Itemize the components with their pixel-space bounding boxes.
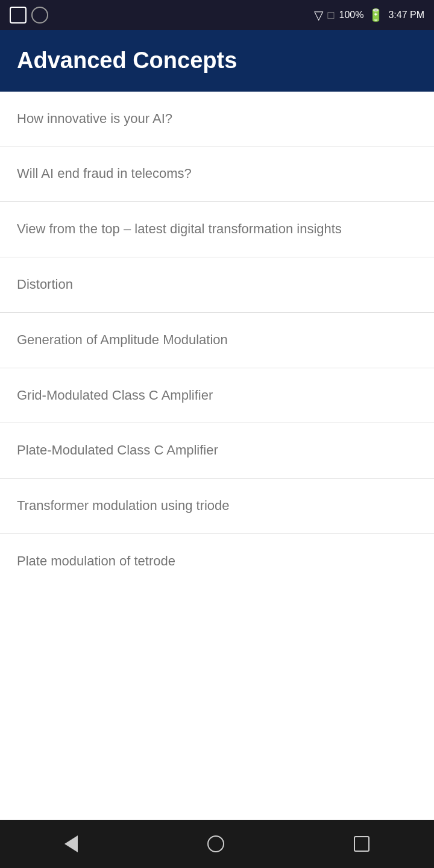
list-item-text: How innovative is your AI?	[17, 111, 172, 126]
list-item-text: Grid-Modulated Class C Amplifier	[17, 388, 213, 403]
list-item[interactable]: Plate-Modulated Class C Amplifier	[0, 423, 434, 479]
app-square-icon	[10, 7, 27, 24]
list-item-text: Plate-Modulated Class C Amplifier	[17, 442, 218, 458]
back-icon	[64, 835, 78, 852]
list-item[interactable]: Plate modulation of tetrode	[0, 534, 434, 589]
recents-icon	[354, 836, 370, 852]
list-item-text: View from the top – latest digital trans…	[17, 221, 342, 236]
home-button[interactable]	[200, 828, 231, 860]
status-bar: ▽ □ 100% 🔋 3:47 PM	[0, 0, 434, 30]
list-item[interactable]: Will AI end fraud in telecoms?	[0, 146, 434, 202]
list-item[interactable]: Grid-Modulated Class C Amplifier	[0, 368, 434, 424]
loading-icon	[31, 7, 48, 24]
list-item[interactable]: How innovative is your AI?	[0, 92, 434, 147]
list-item-text: Plate modulation of tetrode	[17, 553, 175, 568]
list-item-text: Generation of Amplitude Modulation	[17, 332, 228, 347]
battery-percentage: 100%	[339, 10, 363, 20]
list-item[interactable]: View from the top – latest digital trans…	[0, 202, 434, 257]
status-bar-right: ▽ □ 100% 🔋 3:47 PM	[314, 8, 424, 22]
recents-button[interactable]	[347, 829, 377, 859]
status-bar-left	[10, 7, 48, 24]
page-title: Advanced Concepts	[17, 47, 417, 75]
list-item[interactable]: Transformer modulation using triode	[0, 479, 434, 534]
battery-icon: 🔋	[368, 8, 383, 22]
back-button[interactable]	[57, 828, 85, 860]
list-item[interactable]: Distortion	[0, 257, 434, 313]
list-item[interactable]: Generation of Amplitude Modulation	[0, 313, 434, 368]
wifi-icon: ▽	[314, 8, 323, 22]
list-item-text: Distortion	[17, 277, 73, 292]
status-time: 3:47 PM	[388, 10, 424, 20]
bottom-navigation	[0, 820, 434, 868]
list-item-text: Transformer modulation using triode	[17, 498, 230, 513]
page-header: Advanced Concepts	[0, 30, 434, 92]
signal-icon: □	[328, 9, 335, 22]
home-icon	[207, 835, 224, 852]
content-list: How innovative is your AI? Will AI end f…	[0, 92, 434, 820]
list-item-text: Will AI end fraud in telecoms?	[17, 166, 192, 181]
